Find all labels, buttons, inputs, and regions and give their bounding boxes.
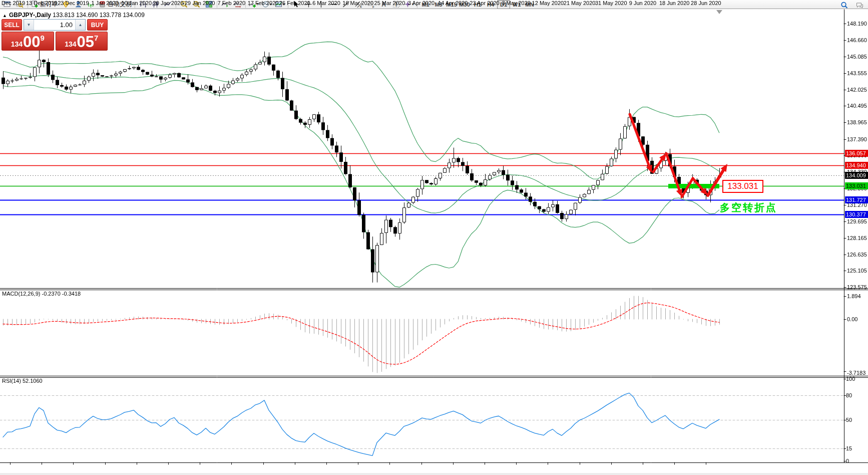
symbol-marker-icon: ▲ <box>3 13 7 18</box>
symbol-name: GBPJPY-,Daily <box>9 12 51 19</box>
price-axis-tick: 123.575 <box>847 284 867 290</box>
macd-axis-tick: -3.7183 <box>847 370 865 376</box>
buy-price-pip: 7 <box>94 34 98 42</box>
date-axis-label: 9 Jun 2020 <box>629 0 656 6</box>
date-axis-label: 28 Jun 2020 <box>691 0 721 6</box>
symbol-ohlc: 133.813 134.690 133.778 134.009 <box>53 12 145 19</box>
price-axis-badge-red: 136.057 <box>845 150 868 157</box>
chart-shift-marker-icon[interactable] <box>716 10 722 14</box>
buy-price-prefix: 134 <box>65 40 76 48</box>
rsi-axis-tick: 0 <box>846 458 849 464</box>
price-axis-badge-blue: 130.377 <box>845 211 868 218</box>
date-axis-label: 17 Feb 2020 <box>248 0 279 6</box>
sell-price-prefix: 134 <box>11 40 23 48</box>
symbol-info-line: ▲GBPJPY-,Daily 133.813 134.690 133.778 1… <box>3 12 145 19</box>
date-axis-label: 20 Jan 2020 <box>153 0 184 6</box>
price-axis-tick: 140.495 <box>847 103 867 109</box>
buy-button[interactable]: BUY <box>87 19 108 31</box>
volume-increase-icon[interactable]: ▲ <box>75 20 85 30</box>
turning-point-annotation[interactable]: 多空转折点 <box>720 201 777 214</box>
date-axis-label: 13 Dec 2019 <box>26 0 57 6</box>
price-level-callout[interactable]: 133.031 <box>722 180 763 193</box>
chart-canvas[interactable] <box>0 0 868 475</box>
price-axis-tick: 146.660 <box>847 37 867 43</box>
mt4-window: 新订单自动交易▾▾▾EFAT▾M1M5M15M30H1H4D1W1MN ▲GBP… <box>0 0 868 475</box>
macd-axis-tick: 0.00 <box>847 316 857 322</box>
rsi-axis-tick: 50 <box>846 417 852 423</box>
price-axis-tick: 142.025 <box>847 87 867 93</box>
price-axis-tick: 148.190 <box>847 21 867 27</box>
price-axis-tick: 137.390 <box>847 136 867 142</box>
date-axis-label: 23 Apr 2020 <box>470 0 499 6</box>
date-axis-label: 1 Jan 2020 <box>91 0 118 6</box>
volume-stepper[interactable]: ▼ 1.00 ▲ <box>24 19 86 31</box>
volume-value[interactable]: 1.00 <box>34 20 75 30</box>
price-axis-tick: 138.965 <box>847 119 867 125</box>
buy-price-main: 05 <box>77 36 94 49</box>
date-axis-label: 7 Feb 2020 <box>218 0 246 6</box>
price-axis-tick: 129.695 <box>847 218 867 224</box>
date-axis-label: 31 May 2020 <box>595 0 627 6</box>
price-axis-tick: 145.085 <box>847 54 867 60</box>
price-axis-badge-green: 133.031 <box>845 182 868 189</box>
status-strip <box>0 473 868 475</box>
sell-price-pip: 9 <box>41 34 45 42</box>
date-axis-label: 16 Mar 2020 <box>342 0 373 6</box>
sell-price-main: 00 <box>23 36 40 49</box>
price-axis-tick: 128.165 <box>847 235 867 241</box>
macd-axis-tick: 1.894 <box>847 293 861 299</box>
date-axis-label: 18 Jun 2020 <box>659 0 690 6</box>
date-axis-label: 14 Apr 2020 <box>438 0 468 6</box>
date-axis-label: 3 Apr 2020 <box>408 0 435 6</box>
buy-price-button[interactable]: 134 05 7 <box>56 32 108 51</box>
date-axis-label: 25 Mar 2020 <box>374 0 405 6</box>
rsi-axis-tick: 15 <box>846 445 852 451</box>
price-axis-badge-blue: 131.727 <box>845 196 868 203</box>
date-axis-label: 12 May 2020 <box>532 0 564 6</box>
date-axis-label: 23 Dec 2019 <box>58 0 89 6</box>
date-axis-label: Dec 2019 <box>2 0 25 6</box>
date-axis-label: 29 Jan 2020 <box>185 0 215 6</box>
rsi-axis-tick: 100 <box>846 376 855 382</box>
price-axis-badge-red: 134.940 <box>845 162 868 169</box>
rsi-indicator-label: RSI(14) 52.1060 <box>2 378 43 384</box>
rsi-axis-tick: 80 <box>846 392 852 398</box>
one-click-trading-panel: SELL ▼ 1.00 ▲ BUY 134 00 9 134 05 7 <box>2 19 108 51</box>
price-axis-tick: 126.635 <box>847 252 867 258</box>
price-axis-tick: 143.555 <box>847 70 867 76</box>
date-axis-label: 21 May 2020 <box>564 0 596 6</box>
price-axis-tick: 125.105 <box>847 268 867 274</box>
date-axis-label: 26 Feb 2020 <box>279 0 310 6</box>
price-axis-badge-black: 134.009 <box>845 172 868 179</box>
volume-decrease-icon[interactable]: ▼ <box>24 20 34 30</box>
macd-indicator-label: MACD(12,26,9) -0.2370 -0.3418 <box>2 291 81 297</box>
sell-price-button[interactable]: 134 00 9 <box>2 32 54 51</box>
sell-button[interactable]: SELL <box>2 19 22 31</box>
date-axis-label: 10 Jan 2020 <box>122 0 152 6</box>
date-axis-label: 6 Mar 2020 <box>312 0 340 6</box>
date-axis-label: 3 May 2020 <box>502 0 530 6</box>
